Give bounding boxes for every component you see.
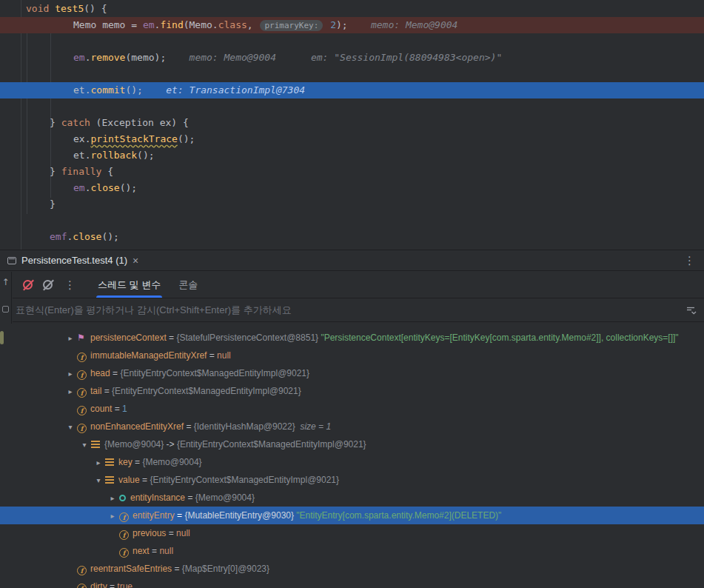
variable-value: true xyxy=(117,581,133,588)
chevron-collapsed-icon[interactable]: ▸ xyxy=(106,490,119,507)
variable-value: = xyxy=(185,492,195,503)
code-token: find xyxy=(160,19,183,30)
parameter-name-hint: primaryKey: xyxy=(260,20,323,31)
code-token: (); xyxy=(137,150,154,161)
chevron-expanded-icon[interactable]: ▾ xyxy=(78,436,91,454)
more-options-icon[interactable]: ⋮ xyxy=(684,254,695,267)
code-line[interactable]: } finally { xyxy=(0,164,704,180)
variable-row[interactable]: ▸fhead = {EntityEntryContext$ManagedEnti… xyxy=(0,364,704,382)
code-token: finally xyxy=(61,166,102,177)
chevron-expanded-icon[interactable]: ▾ xyxy=(92,472,105,490)
code-line[interactable]: } catch (Exception ex) { xyxy=(0,115,704,131)
tab-console[interactable]: 콘솔 xyxy=(170,272,207,298)
variable-value: {EntityEntryContext$ManagedEntityImpl@90… xyxy=(120,368,309,378)
square-icon[interactable] xyxy=(2,306,9,313)
breakpoint-line[interactable]: Memo memo = em.find(Memo.class, primaryK… xyxy=(0,17,704,33)
flag-icon: ⚑ xyxy=(77,329,90,347)
variable-value: = xyxy=(107,581,118,588)
chevron-collapsed-icon[interactable]: ▸ xyxy=(64,365,77,383)
code-token: (); xyxy=(120,182,137,193)
variable-value: = xyxy=(140,475,150,485)
execution-line[interactable]: et.commit(); et: TransactionImpl@7304 xyxy=(0,82,704,98)
code-line[interactable] xyxy=(0,33,704,50)
variable-value: = xyxy=(110,368,121,378)
chevron-collapsed-icon[interactable]: ▸ xyxy=(106,507,119,525)
code-token: class xyxy=(218,19,247,30)
code-token: } xyxy=(50,198,56,210)
variable-value: {Memo@9004} xyxy=(104,439,167,450)
inline-debugger-value: et: TransactionImpl@7304 xyxy=(143,84,305,96)
variable-row[interactable]: ▸⚑persistenceContext = {StatefulPersiste… xyxy=(0,329,704,347)
code-line[interactable] xyxy=(0,66,704,82)
code-token: emf xyxy=(50,231,67,242)
code-line[interactable]: ex.printStackTrace(); xyxy=(0,131,704,147)
field-icon: f xyxy=(77,566,87,575)
code-token: em xyxy=(143,19,155,30)
code-token: remove xyxy=(90,52,125,63)
field-icon: f xyxy=(119,512,129,522)
variable-row[interactable]: ▸ftail = {EntityEntryContext$ManagedEnti… xyxy=(0,382,704,400)
tab-label: 콘솔 xyxy=(178,278,198,292)
debug-session-tab[interactable]: PersistenceTest.test4 (1) × xyxy=(0,250,146,270)
variable-name: key xyxy=(118,457,133,467)
variable-name: entityEntry xyxy=(133,510,175,521)
code-token: close xyxy=(73,231,101,242)
crossed-circle-icon[interactable] xyxy=(43,280,53,290)
code-line[interactable]: et.rollback(); xyxy=(0,147,704,164)
debugger-panel: ↑ ⋮ 스레드 및 변수 콘솔 xyxy=(0,272,704,588)
expand-editor-icon[interactable] xyxy=(685,304,697,316)
close-tab-icon[interactable]: × xyxy=(133,255,138,266)
chevron-collapsed-icon[interactable]: ▸ xyxy=(92,454,105,472)
debugger-toolbar: ⋮ 스레드 및 변수 콘솔 xyxy=(13,272,704,298)
evaluate-expression-bar xyxy=(13,298,704,322)
mute-breakpoints-icon[interactable] xyxy=(23,280,33,290)
variable-value: {MutableEntityEntry@9030} xyxy=(184,510,296,521)
code-line[interactable]: emf.close(); xyxy=(0,229,704,245)
variable-row[interactable]: ▸entityInstance = {Memo@9004} xyxy=(0,489,704,507)
code-token: et. xyxy=(73,150,90,161)
code-token: commit xyxy=(90,84,125,96)
variable-name: immutableManagedEntityXref xyxy=(90,350,207,361)
code-line[interactable]: } xyxy=(0,196,704,213)
variable-row[interactable]: fdirty = true xyxy=(0,578,704,588)
variable-name: persistenceContext xyxy=(90,333,167,343)
variable-value: {EntityEntryContext$ManagedEntityImpl@90… xyxy=(112,386,301,396)
code-token: rollback xyxy=(90,150,137,161)
code-lines: void test5() {Memo memo = em.find(Memo.c… xyxy=(0,0,704,250)
variable-row[interactable]: freentrantSafeEntries = {Map$Entry[0]@90… xyxy=(0,560,704,578)
variable-row[interactable]: ▾fnonEnhancedEntityXref = {IdentityHashM… xyxy=(0,418,704,435)
code-line[interactable]: em.remove(memo); memo: Memo@9004 em: "Se… xyxy=(0,50,704,66)
code-line[interactable]: em.close(); xyxy=(0,180,704,196)
evaluate-input[interactable] xyxy=(16,304,685,315)
tab-threads-variables[interactable]: 스레드 및 변수 xyxy=(89,272,170,298)
entry-icon xyxy=(91,441,100,448)
entry-icon xyxy=(105,476,114,484)
code-line[interactable] xyxy=(0,213,704,229)
variable-value: = xyxy=(133,457,143,467)
variable-value: {Map$Entry[0]@9023} xyxy=(182,564,269,574)
code-line[interactable]: void test5() { xyxy=(0,1,704,17)
entry-icon xyxy=(105,458,114,466)
chevron-expanded-icon[interactable]: ▾ xyxy=(64,418,77,436)
variable-row[interactable]: fprevious = null xyxy=(0,524,704,542)
variable-row[interactable]: ▾{Memo@9004} -> {EntityEntryContext$Mana… xyxy=(0,435,704,453)
variable-row[interactable]: ▸key = {Memo@9004} xyxy=(0,453,704,471)
code-line[interactable] xyxy=(0,98,704,115)
code-token: 2 xyxy=(330,19,336,30)
up-arrow-icon[interactable]: ↑ xyxy=(1,278,9,287)
code-token: (Exception ex) { xyxy=(90,117,189,128)
toolbar-more-icon[interactable]: ⋮ xyxy=(64,278,76,292)
variable-row[interactable]: ▸fentityEntry = {MutableEntityEntry@9030… xyxy=(0,507,704,524)
variable-name: previous xyxy=(133,528,166,538)
variable-row[interactable]: fcount = 1 xyxy=(0,400,704,418)
variable-row[interactable]: fimmutableManagedEntityXref = null xyxy=(0,347,704,364)
chevron-collapsed-icon[interactable]: ▸ xyxy=(64,330,77,347)
variable-value: 1 xyxy=(122,404,127,414)
variable-value: "EntityEntry[com.sparta.entity.Memo#2](D… xyxy=(296,510,501,521)
variable-row[interactable]: fnext = null xyxy=(0,542,704,560)
debug-tab-icon xyxy=(7,257,16,264)
chevron-collapsed-icon[interactable]: ▸ xyxy=(64,383,77,401)
variable-value: = xyxy=(184,421,194,432)
field-icon: f xyxy=(77,353,87,362)
variable-row[interactable]: ▾value = {EntityEntryContext$ManagedEnti… xyxy=(0,471,704,489)
